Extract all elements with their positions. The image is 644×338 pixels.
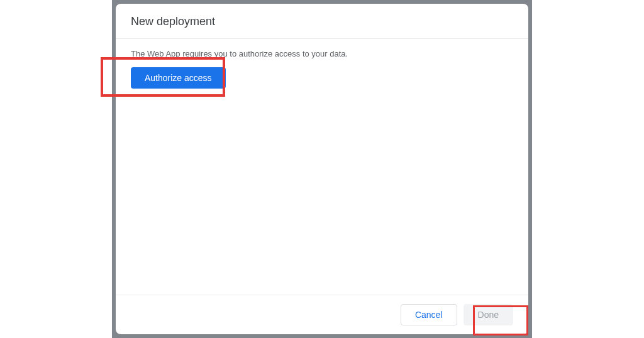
done-button: Done bbox=[464, 304, 513, 325]
modal-backdrop: New deployment The Web App requires you … bbox=[112, 0, 532, 338]
new-deployment-dialog: New deployment The Web App requires you … bbox=[116, 4, 528, 334]
dialog-header: New deployment bbox=[116, 4, 528, 39]
authorize-access-button[interactable]: Authorize access bbox=[131, 67, 226, 89]
dialog-footer: Cancel Done bbox=[116, 295, 528, 334]
dialog-body: The Web App requires you to authorize ac… bbox=[116, 39, 528, 295]
authorization-message: The Web App requires you to authorize ac… bbox=[131, 49, 513, 58]
dialog-title: New deployment bbox=[131, 15, 513, 28]
cancel-button[interactable]: Cancel bbox=[401, 304, 457, 325]
